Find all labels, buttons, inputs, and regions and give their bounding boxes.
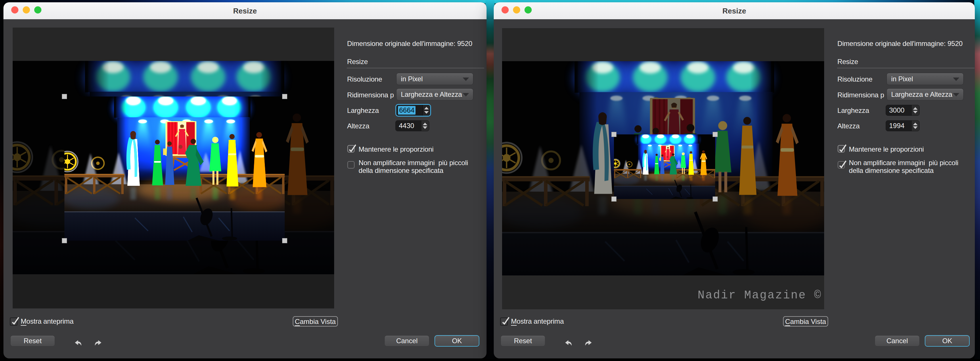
svg-text:Nadir Magazine ©: Nadir Magazine © bbox=[698, 289, 822, 302]
